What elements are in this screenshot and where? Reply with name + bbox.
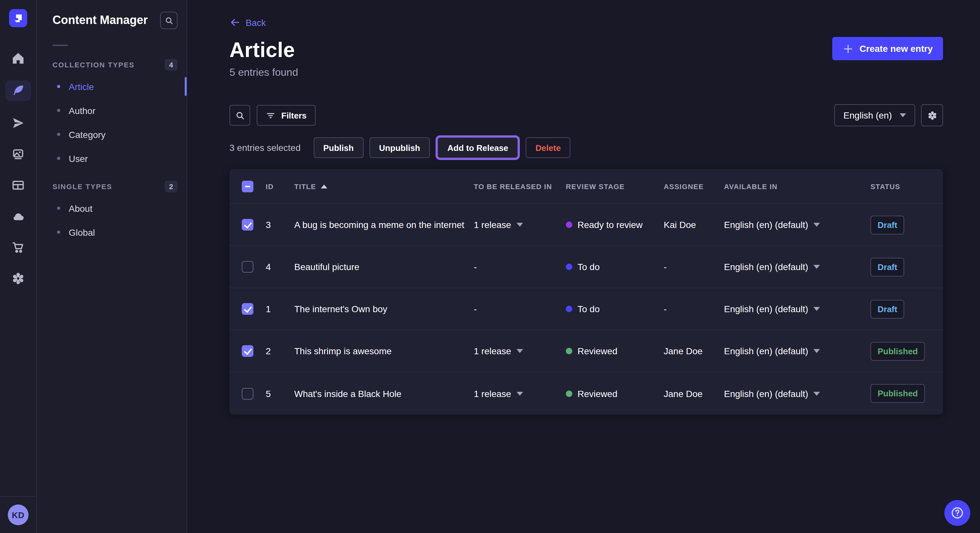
active-item-indicator: [185, 77, 187, 96]
row-checkbox[interactable]: [242, 388, 253, 399]
action-bar: Filters English (en): [229, 104, 943, 126]
entry-title: What's inside a Black Hole: [294, 388, 474, 399]
icon-rail: KD: [0, 0, 37, 533]
column-header-assignee[interactable]: ASSIGNEE: [664, 182, 724, 190]
release-dropdown[interactable]: 1 release: [474, 219, 566, 230]
column-header-title[interactable]: TITLE: [294, 182, 474, 190]
entry-id: 2: [266, 346, 294, 356]
home-icon[interactable]: [5, 49, 31, 67]
help-button[interactable]: [944, 500, 970, 526]
section-count-badge: 2: [165, 181, 178, 192]
search-icon[interactable]: [229, 105, 250, 125]
strapi-logo[interactable]: [9, 9, 27, 27]
cart-icon[interactable]: [5, 238, 31, 257]
sort-asc-icon: [320, 184, 327, 188]
gear-icon[interactable]: [5, 270, 31, 287]
layout-icon[interactable]: [5, 176, 31, 194]
cloud-icon[interactable]: [5, 207, 31, 225]
locale-dropdown[interactable]: English (en) (default): [724, 346, 870, 356]
publish-button[interactable]: Publish: [313, 137, 363, 158]
settings-gear-icon[interactable]: [921, 104, 943, 126]
bullet-icon: [57, 157, 60, 160]
filter-icon: [266, 110, 275, 120]
entry-title: The internet's Own boy: [294, 304, 474, 314]
sidebar-item-article[interactable]: Article: [52, 75, 178, 98]
table-row[interactable]: 2 This shrimp is awesome 1 release Revie…: [229, 330, 943, 373]
plus-icon: [843, 43, 854, 54]
entry-id: 5: [266, 388, 294, 399]
collection-types-section: COLLECTION TYPES 4 Article Author Catego…: [37, 55, 187, 170]
section-label: COLLECTION TYPES: [52, 61, 135, 69]
status-badge: Draft: [870, 215, 905, 234]
paper-plane-icon[interactable]: [5, 114, 31, 132]
locale-dropdown[interactable]: English (en) (default): [724, 304, 870, 314]
create-new-entry-button[interactable]: Create new entry: [832, 37, 943, 60]
feather-icon[interactable]: [5, 80, 31, 101]
release-dropdown[interactable]: 1 release: [474, 346, 566, 356]
user-avatar[interactable]: KD: [8, 504, 29, 525]
review-stage: To do: [566, 262, 664, 272]
table-row[interactable]: 3 A bug is becoming a meme on the intern…: [229, 204, 943, 246]
main-content: Back Article 5 entries found Create new …: [188, 0, 980, 533]
search-icon[interactable]: [160, 12, 178, 29]
entry-id: 3: [266, 219, 294, 230]
chevron-down-icon: [813, 349, 820, 353]
unpublish-button[interactable]: Unpublish: [369, 137, 430, 158]
stage-dot: [566, 390, 572, 397]
column-header-id[interactable]: ID: [266, 182, 294, 190]
column-header-review-stage[interactable]: REVIEW STAGE: [566, 182, 664, 190]
assignee: Kai Doe: [664, 219, 724, 230]
filters-button[interactable]: Filters: [257, 105, 316, 125]
status-badge: Draft: [870, 257, 905, 276]
bullet-icon: [57, 109, 60, 112]
row-checkbox[interactable]: [242, 261, 253, 273]
sidebar-item-author[interactable]: Author: [52, 98, 178, 122]
select-all-checkbox[interactable]: [242, 180, 253, 192]
entries-table: ID TITLE TO BE RELEASED IN REVIEW STAGE …: [229, 169, 943, 414]
assignee: Jane Doe: [664, 346, 724, 356]
locale-dropdown[interactable]: English (en) (default): [724, 262, 870, 272]
status-badge: Published: [870, 384, 925, 403]
assignee: Jane Doe: [664, 388, 724, 399]
sidebar-item-about[interactable]: About: [52, 196, 178, 220]
bullet-icon: [57, 230, 60, 234]
column-header-status[interactable]: STATUS: [870, 182, 931, 190]
column-header-available-in[interactable]: AVAILABLE IN: [724, 182, 870, 190]
row-checkbox[interactable]: [242, 345, 253, 357]
release-caret: [516, 223, 523, 227]
sidebar-item-user[interactable]: User: [52, 146, 178, 170]
release-dropdown[interactable]: -: [474, 304, 566, 314]
single-types-section: SINGLE TYPES 2 About Global: [37, 177, 187, 244]
add-to-release-button[interactable]: Add to Release: [438, 137, 518, 158]
sidebar-item-category[interactable]: Category: [52, 122, 178, 146]
sidebar-item-global[interactable]: Global: [52, 220, 178, 244]
bullet-icon: [57, 85, 60, 88]
row-checkbox[interactable]: [242, 303, 253, 315]
question-mark-icon: [950, 506, 964, 520]
table-row[interactable]: 4 Beautiful picture - To do - English (e…: [229, 246, 943, 288]
release-caret: [516, 392, 523, 395]
locale-dropdown[interactable]: English (en) (default): [724, 388, 870, 399]
locale-dropdown[interactable]: English (en) (default): [724, 219, 870, 230]
assignee: -: [664, 304, 724, 314]
entry-title: A bug is becoming a meme on the internet: [294, 219, 474, 230]
delete-button[interactable]: Delete: [526, 137, 570, 158]
row-checkbox[interactable]: [242, 219, 253, 230]
release-dropdown[interactable]: -: [474, 262, 566, 272]
column-header-release[interactable]: TO BE RELEASED IN: [474, 182, 566, 190]
back-link[interactable]: Back: [229, 17, 266, 28]
locale-select[interactable]: English (en): [835, 104, 915, 126]
release-dropdown[interactable]: 1 release: [474, 388, 566, 399]
chevron-down-icon: [813, 392, 820, 395]
content-manager-subnav: Content Manager COLLECTION TYPES 4 Artic…: [37, 0, 187, 533]
subnav-divider: [52, 45, 68, 46]
table-row[interactable]: 1 The internet's Own boy - To do - Engli…: [229, 288, 943, 330]
strapi-logo-glyph: [13, 13, 23, 23]
table-header-row: ID TITLE TO BE RELEASED IN REVIEW STAGE …: [229, 169, 943, 204]
section-count-badge: 4: [165, 59, 178, 71]
media-icon[interactable]: [5, 145, 31, 163]
stage-dot: [566, 306, 572, 312]
chevron-down-icon: [900, 113, 906, 117]
status-badge: Draft: [870, 300, 905, 318]
table-row[interactable]: 5 What's inside a Black Hole 1 release R…: [229, 373, 943, 414]
